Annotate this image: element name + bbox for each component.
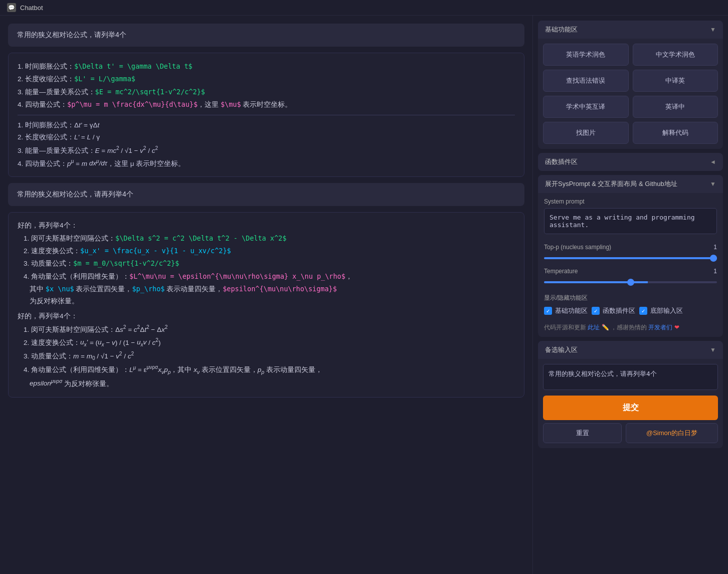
checkbox-box-basic: ✓	[544, 307, 552, 315]
footer-links: 代码开源和更新 此址 ✏️ ，感谢热情的 开发者们 ❤	[538, 320, 723, 337]
reset-button[interactable]: 重置	[543, 423, 622, 443]
footer-suffix: ，感谢热情的	[611, 324, 647, 331]
checkbox-plugin-functions[interactable]: ✓ 函数插件区	[592, 306, 635, 315]
chat-panel: 常用的狭义相对论公式，请列举4个 1. 时间膨胀公式：$\Delta t' = …	[0, 16, 532, 574]
btn-academic-translate[interactable]: 学术中英互译	[543, 96, 629, 118]
basic-functions-header[interactable]: 基础功能区 ▼	[538, 21, 723, 39]
basic-functions-arrow: ▼	[710, 26, 716, 33]
btn-chinese-polish[interactable]: 中文学术润色	[633, 44, 718, 66]
footer-pencil-icon: ✏️	[602, 324, 609, 331]
btn-en-to-zh[interactable]: 英译中	[633, 96, 718, 118]
system-prompt-input[interactable]: Serve me as a writing and programming as…	[544, 208, 717, 234]
title-bar: 💬 Chatbot	[0, 0, 728, 16]
basic-functions-grid: 英语学术润色 中文学术润色 查找语法错误 中译英 学术中英互译 英译中 找图片 …	[538, 39, 723, 149]
btn-find-image[interactable]: 找图片	[543, 122, 629, 144]
topp-slider-container	[538, 252, 723, 265]
topp-label: Top-p (nucleus sampling)	[544, 244, 611, 251]
backup-textarea[interactable]: 常用的狭义相对论公式，请再列举4个	[543, 364, 718, 390]
system-prompt-label: System prompt	[544, 198, 717, 205]
submit-button[interactable]: 提交	[543, 396, 718, 420]
btn-zh-to-en[interactable]: 中译英	[633, 70, 718, 92]
system-prompt-body: System prompt Serve me as a writing and …	[538, 193, 723, 241]
footer-link[interactable]: 此址	[588, 324, 600, 331]
heart-icon: ❤	[674, 324, 679, 331]
visibility-section: 显示/隐藏功能区 ✓ 基础功能区 ✓ 函数插件区 ✓ 底部输入区	[538, 289, 723, 320]
sysprompt-header[interactable]: 展开SysPrompt & 交互界面布局 & Github地址 ▼	[538, 175, 723, 193]
footer-prefix: 代码开源和更新	[544, 324, 586, 331]
topp-slider[interactable]	[544, 257, 717, 259]
developers-link[interactable]: 开发者们	[648, 324, 672, 331]
plugin-functions-header[interactable]: 函数插件区 ◄	[538, 153, 723, 171]
checkbox-box-bottom: ✓	[639, 307, 647, 315]
main-layout: 常用的狭义相对论公式，请列举4个 1. 时间膨胀公式：$\Delta t' = …	[0, 16, 728, 574]
checkbox-box-plugin: ✓	[592, 307, 600, 315]
checkbox-grid: ✓ 基础功能区 ✓ 函数插件区 ✓ 底部输入区	[544, 306, 717, 315]
watermark: @Simon的白日梦	[626, 423, 718, 443]
bot-message-2: 好的，再列举4个： 1. 闵可夫斯基时空间隔公式：$\Delta s^2 = c…	[8, 212, 524, 397]
btn-explain-code[interactable]: 解释代码	[633, 122, 718, 144]
topp-value: 1	[713, 244, 717, 251]
temperature-value: 1	[713, 268, 717, 275]
temperature-row: Temperature 1	[538, 265, 723, 276]
visibility-label: 显示/隐藏功能区	[544, 294, 717, 302]
temperature-slider-container	[538, 276, 723, 289]
bottom-buttons: 重置 @Simon的白日梦	[543, 423, 718, 443]
bot-message-1: 1. 时间膨胀公式：$\Delta t' = \gamma \Delta t$ …	[8, 53, 524, 177]
backup-input-arrow: ▼	[710, 346, 716, 353]
user-message-2: 常用的狭义相对论公式，请再列举4个	[8, 183, 524, 206]
sysprompt-section: 展开SysPrompt & 交互界面布局 & Github地址 ▼ System…	[538, 175, 723, 337]
right-panel: 基础功能区 ▼ 英语学术润色 中文学术润色 查找语法错误 中译英 学术中英互译 …	[532, 16, 728, 574]
temperature-label: Temperature	[544, 268, 578, 275]
plugin-functions-arrow: ◄	[710, 158, 716, 165]
checkbox-basic-functions[interactable]: ✓ 基础功能区	[544, 306, 588, 315]
btn-english-polish[interactable]: 英语学术润色	[543, 44, 629, 66]
plugin-functions-section: 函数插件区 ◄	[538, 153, 723, 171]
btn-grammar-check[interactable]: 查找语法错误	[543, 70, 629, 92]
title-bar-text: Chatbot	[20, 4, 43, 12]
user-message-1: 常用的狭义相对论公式，请列举4个	[8, 24, 524, 47]
backup-input-header[interactable]: 备选输入区 ▼	[538, 341, 723, 359]
topp-row: Top-p (nucleus sampling) 1	[538, 241, 723, 252]
chatbot-icon: 💬	[7, 3, 16, 12]
sysprompt-arrow: ▼	[710, 180, 716, 187]
backup-input-section: 备选输入区 ▼ 常用的狭义相对论公式，请再列举4个 提交 重置 @Simon的白…	[538, 341, 723, 448]
basic-functions-section: 基础功能区 ▼ 英语学术润色 中文学术润色 查找语法错误 中译英 学术中英互译 …	[538, 21, 723, 149]
backup-input-body: 常用的狭义相对论公式，请再列举4个 提交 重置 @Simon的白日梦	[538, 359, 723, 448]
temperature-slider[interactable]	[544, 281, 717, 283]
app-container: 💬 Chatbot 常用的狭义相对论公式，请列举4个 1. 时间膨胀公式：$\D…	[0, 0, 728, 574]
checkbox-bottom-input[interactable]: ✓ 底部输入区	[639, 306, 683, 315]
